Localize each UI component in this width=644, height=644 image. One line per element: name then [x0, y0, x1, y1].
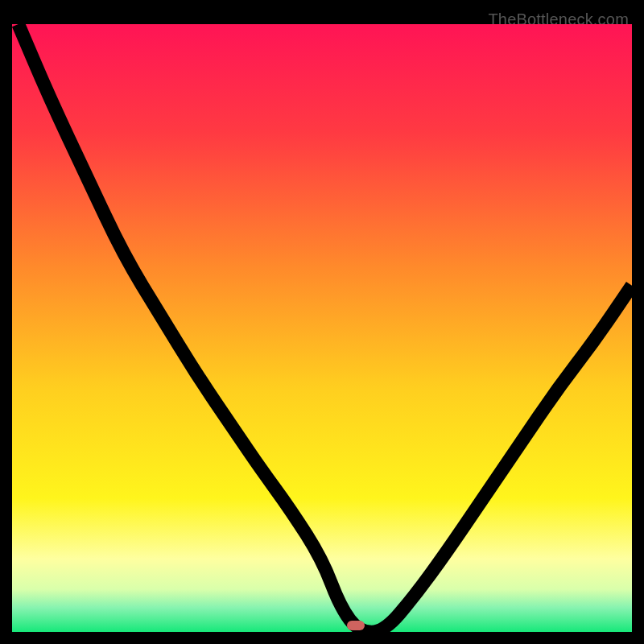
minimum-marker	[347, 621, 365, 630]
bottleneck-curve	[12, 24, 632, 632]
plot-area	[12, 24, 632, 632]
chart-frame: TheBottleneck.com	[12, 12, 632, 632]
